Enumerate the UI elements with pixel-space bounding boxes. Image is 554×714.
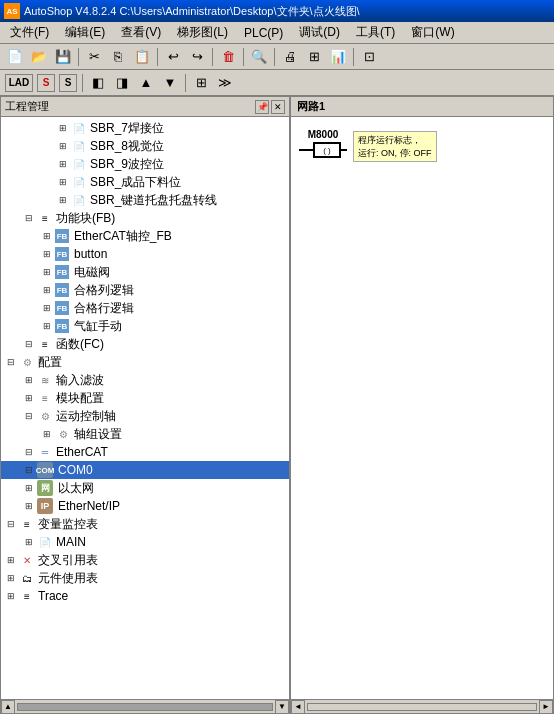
- tree-scrollbar[interactable]: ▲ ▼: [1, 699, 289, 713]
- tree-item-sbr7[interactable]: ⊞ 📄 SBR_7焊接位: [1, 119, 289, 137]
- paste-button[interactable]: 📋: [131, 46, 153, 68]
- menu-edit[interactable]: 编辑(E): [57, 22, 113, 43]
- expander-component-table[interactable]: ⊞: [3, 570, 19, 586]
- expander-cross-ref[interactable]: ⊞: [3, 552, 19, 568]
- expander-sbr9[interactable]: ⊞: [55, 156, 71, 172]
- s-button2[interactable]: S: [59, 74, 77, 92]
- expander-trace[interactable]: ⊞: [3, 588, 19, 604]
- undo-button[interactable]: ↩: [162, 46, 184, 68]
- dock-right-button[interactable]: ◨: [111, 72, 133, 94]
- expander-com0[interactable]: ⊟: [21, 462, 37, 478]
- tree-item-cylinder[interactable]: ⊞ FB 气缸手动: [1, 317, 289, 335]
- move-up-button[interactable]: ▲: [135, 72, 157, 94]
- tree-item-axis-group[interactable]: ⊞ ⚙ 轴组设置: [1, 425, 289, 443]
- menu-ladder[interactable]: 梯形图(L): [169, 22, 236, 43]
- extra-button[interactable]: ⊡: [358, 46, 380, 68]
- expander-config[interactable]: ⊟: [3, 354, 19, 370]
- expander-input-filter[interactable]: ⊞: [21, 372, 37, 388]
- label-component-table: 元件使用表: [38, 570, 98, 587]
- icon-sbr7: 📄: [71, 120, 87, 136]
- tree-item-com0[interactable]: ⊟ COM COM0 ↙: [1, 461, 289, 479]
- tree-item-module-config[interactable]: ⊞ ≡ 模块配置: [1, 389, 289, 407]
- expander-module-config[interactable]: ⊞: [21, 390, 37, 406]
- menu-tools[interactable]: 工具(T): [348, 22, 403, 43]
- dock-left-button[interactable]: ◧: [87, 72, 109, 94]
- tree-item-ethercat[interactable]: ⊟ ═ EtherCAT: [1, 443, 289, 461]
- expander-solenoid[interactable]: ⊞: [39, 264, 55, 280]
- search-button[interactable]: 🔍: [248, 46, 270, 68]
- save-button[interactable]: 💾: [52, 46, 74, 68]
- tree-item-solenoid[interactable]: ⊞ FB 电磁阀: [1, 263, 289, 281]
- project-tree[interactable]: ⊞ 📄 SBR_7焊接位 ⊞ 📄 SBR_8视觉位 ⊞ 📄 SBR_9波控位: [1, 117, 289, 699]
- expander-sbr7[interactable]: ⊞: [55, 120, 71, 136]
- expander-ethernet[interactable]: ⊞: [21, 480, 37, 496]
- right-scroll-left[interactable]: ◄: [291, 700, 305, 714]
- tree-item-ok-row[interactable]: ⊞ FB 合格行逻辑: [1, 299, 289, 317]
- preview-button[interactable]: ⊞: [303, 46, 325, 68]
- tree-item-sbr-product[interactable]: ⊞ 📄 SBR_成品下料位: [1, 173, 289, 191]
- panel-close-button[interactable]: ✕: [271, 100, 285, 114]
- redo-button[interactable]: ↪: [186, 46, 208, 68]
- label-ethercat: EtherCAT: [56, 445, 108, 459]
- expander-ok-row[interactable]: ⊞: [39, 300, 55, 316]
- tree-item-trace[interactable]: ⊞ ≡ Trace: [1, 587, 289, 605]
- expander-sbr8[interactable]: ⊞: [55, 138, 71, 154]
- s-button1[interactable]: S: [37, 74, 55, 92]
- tree-item-button[interactable]: ⊞ FB button: [1, 245, 289, 263]
- scroll-down-btn[interactable]: ▼: [275, 700, 289, 714]
- icon-main: 📄: [37, 534, 53, 550]
- expander-fb[interactable]: ⊟: [21, 210, 37, 226]
- open-button[interactable]: 📂: [28, 46, 50, 68]
- scroll-up-btn[interactable]: ▲: [1, 700, 15, 714]
- expander-fc[interactable]: ⊟: [21, 336, 37, 352]
- menu-view[interactable]: 查看(V): [113, 22, 169, 43]
- expander-ethercat-fb[interactable]: ⊞: [39, 228, 55, 244]
- cut-button[interactable]: ✂: [83, 46, 105, 68]
- tree-item-ethercat-fb[interactable]: ⊞ FB EtherCAT轴控_FB: [1, 227, 289, 245]
- new-button[interactable]: 📄: [4, 46, 26, 68]
- expander-sbr-product[interactable]: ⊞: [55, 174, 71, 190]
- tree-item-config[interactable]: ⊟ ⚙ 配置: [1, 353, 289, 371]
- delete-button[interactable]: 🗑: [217, 46, 239, 68]
- move-down-button[interactable]: ▼: [159, 72, 181, 94]
- tree-item-fc-group[interactable]: ⊟ ≡ 函数(FC): [1, 335, 289, 353]
- right-scrollbar[interactable]: ◄ ►: [291, 699, 553, 713]
- menu-window[interactable]: 窗口(W): [403, 22, 462, 43]
- tree-item-main[interactable]: ⊞ 📄 MAIN: [1, 533, 289, 551]
- tree-item-input-filter[interactable]: ⊞ ≋ 输入滤波: [1, 371, 289, 389]
- menu-file[interactable]: 文件(F): [2, 22, 57, 43]
- expander-cylinder[interactable]: ⊞: [39, 318, 55, 334]
- expander-axis-group[interactable]: ⊞: [39, 426, 55, 442]
- expand-button[interactable]: ⊞: [190, 72, 212, 94]
- monitor-button[interactable]: 📊: [327, 46, 349, 68]
- expander-button[interactable]: ⊞: [39, 246, 55, 262]
- expander-monitor-table[interactable]: ⊟: [3, 516, 19, 532]
- tree-item-ethernet[interactable]: ⊞ 网 以太网: [1, 479, 289, 497]
- menu-plc[interactable]: PLC(P): [236, 24, 291, 42]
- tree-item-component-table[interactable]: ⊞ 🗂 元件使用表: [1, 569, 289, 587]
- copy-button[interactable]: ⎘: [107, 46, 129, 68]
- expander-main[interactable]: ⊞: [21, 534, 37, 550]
- panel-pin-button[interactable]: 📌: [255, 100, 269, 114]
- tree-item-motion-axis[interactable]: ⊟ ⚙ 运动控制轴: [1, 407, 289, 425]
- icon-config: ⚙: [19, 354, 35, 370]
- tree-item-sbr-transfer[interactable]: ⊞ 📄 SBR_键道托盘托盘转线: [1, 191, 289, 209]
- expander-ok-col[interactable]: ⊞: [39, 282, 55, 298]
- print-button[interactable]: 🖨: [279, 46, 301, 68]
- tree-item-ok-col[interactable]: ⊞ FB 合格列逻辑: [1, 281, 289, 299]
- menu-debug[interactable]: 调试(D): [291, 22, 348, 43]
- tree-item-fb-group[interactable]: ⊟ ≡ 功能块(FB): [1, 209, 289, 227]
- tree-item-monitor-table[interactable]: ⊟ ≡ 变量监控表: [1, 515, 289, 533]
- label-monitor-table: 变量监控表: [38, 516, 98, 533]
- network-label: 网路1: [297, 100, 325, 112]
- expander-ethernet-ip[interactable]: ⊞: [21, 498, 37, 514]
- right-scroll-right[interactable]: ►: [539, 700, 553, 714]
- expander-motion-axis[interactable]: ⊟: [21, 408, 37, 424]
- tree-item-cross-ref[interactable]: ⊞ ✕ 交叉引用表: [1, 551, 289, 569]
- tree-item-ethernet-ip[interactable]: ⊞ IP EtherNet/IP: [1, 497, 289, 515]
- tree-item-sbr8[interactable]: ⊞ 📄 SBR_8视觉位: [1, 137, 289, 155]
- tree-item-sbr9[interactable]: ⊞ 📄 SBR_9波控位: [1, 155, 289, 173]
- tb-extra[interactable]: ≫: [214, 72, 236, 94]
- expander-ethercat[interactable]: ⊟: [21, 444, 37, 460]
- expander-sbr-transfer[interactable]: ⊞: [55, 192, 71, 208]
